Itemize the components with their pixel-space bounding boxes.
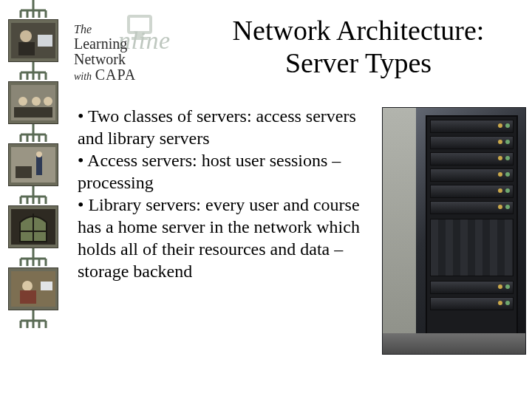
logo-capa: CAPA bbox=[95, 66, 137, 83]
body-text: • Two classes of servers: access servers… bbox=[78, 105, 373, 282]
page-title: Network Architecture: Server Types bbox=[200, 15, 517, 79]
connector-icon bbox=[0, 248, 66, 267]
connector-icon bbox=[0, 310, 66, 330]
sidebar-thumb-3 bbox=[8, 143, 58, 186]
svg-rect-10 bbox=[38, 35, 52, 47]
svg-point-20 bbox=[18, 97, 27, 106]
connector-icon bbox=[0, 124, 66, 143]
sidebar-thumb-2 bbox=[8, 81, 58, 124]
svg-rect-53 bbox=[20, 290, 36, 304]
svg-point-8 bbox=[20, 30, 32, 42]
svg-rect-54 bbox=[41, 282, 52, 290]
sidebar bbox=[0, 0, 66, 399]
sidebar-thumb-5 bbox=[8, 267, 58, 310]
svg-point-52 bbox=[22, 281, 33, 291]
connector-icon bbox=[0, 0, 66, 19]
svg-point-22 bbox=[44, 97, 52, 106]
bullet-2: • Access servers: host user sessions – p… bbox=[78, 151, 341, 192]
logo-text: The Learning Network with CAPA bbox=[74, 24, 136, 83]
svg-rect-19 bbox=[14, 107, 52, 117]
sidebar-thumb-1 bbox=[8, 19, 58, 62]
sidebar-thumb-4 bbox=[8, 205, 58, 248]
logo-the: The bbox=[74, 24, 136, 36]
title-line-1: Network Architecture: bbox=[200, 15, 517, 47]
logo-network: Network bbox=[74, 52, 136, 67]
logo-with: with bbox=[74, 71, 92, 82]
bullet-1: • Two classes of servers: access servers… bbox=[78, 106, 356, 148]
svg-rect-33 bbox=[16, 166, 32, 178]
connector-icon bbox=[0, 186, 66, 205]
server-rack-photo bbox=[382, 107, 526, 355]
svg-point-21 bbox=[32, 97, 41, 106]
logo-learning: Learning bbox=[74, 36, 136, 52]
svg-rect-31 bbox=[36, 154, 42, 175]
connector-icon bbox=[0, 62, 66, 81]
logo: nline The Learning Network with CAPA bbox=[74, 18, 192, 92]
bullet-3: • Library servers: every user and course… bbox=[78, 195, 360, 281]
svg-point-32 bbox=[36, 151, 42, 157]
title-line-2: Server Types bbox=[200, 47, 517, 80]
svg-rect-9 bbox=[18, 42, 35, 55]
